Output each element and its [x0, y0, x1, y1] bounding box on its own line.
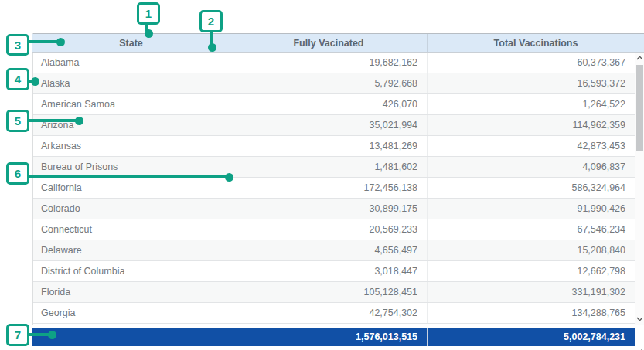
table-row[interactable]: Colorado 30,899,175 91,990,426: [33, 199, 635, 219]
cell-fully-vaccinated: 19,682,162: [230, 53, 428, 73]
annotation-marker-5: 5: [6, 110, 29, 132]
table-row[interactable]: Alaska 5,792,668 16,593,372: [33, 73, 635, 94]
annotation-badge-1: 1: [145, 7, 152, 20]
scrollbar-thumb[interactable]: [636, 65, 643, 151]
cell-fully-vaccinated: 20,569,233: [230, 219, 428, 240]
cell-fully-vaccinated: 426,070: [230, 94, 428, 114]
cell-total-vaccinations: 15,208,840: [428, 240, 635, 260]
cell-fully-vaccinated: 13,481,269: [230, 136, 428, 156]
annotation-line-6: [29, 175, 227, 178]
totals-fully-vaccinated: 1,576,013,515: [230, 328, 428, 346]
cell-total-vaccinations: 16,593,372: [428, 73, 635, 93]
column-header-total-vaccinations[interactable]: Total Vaccinations: [428, 34, 644, 52]
cell-state: Florida: [33, 282, 230, 302]
table-row[interactable]: Florida 105,128,451 331,191,302: [33, 282, 635, 303]
table-header-row: State Fully Vacinated Total Vaccinations: [32, 34, 644, 53]
screenshot-canvas: State Fully Vacinated Total Vaccinations…: [0, 0, 644, 350]
cell-fully-vaccinated: 42,754,302: [230, 303, 428, 323]
annotation-badge-2: 2: [208, 15, 214, 28]
annotation-marker-1: 1: [137, 2, 160, 25]
cell-fully-vaccinated: 4,656,497: [230, 240, 428, 260]
annotation-dot-1: [145, 29, 153, 38]
resize-handle[interactable]: [637, 342, 643, 348]
annotation-line-7: [29, 333, 50, 336]
cell-state: American Samoa: [33, 94, 230, 114]
cell-fully-vaccinated: 30,899,175: [230, 199, 428, 219]
cell-fully-vaccinated: 5,792,668: [230, 73, 428, 93]
annotation-dot-6: [225, 173, 233, 182]
cell-state: Connecticut: [33, 219, 230, 240]
table-row[interactable]: District of Columbia 3,018,447 12,662,79…: [33, 261, 635, 282]
resize-grip-icon: [637, 347, 643, 350]
cell-total-vaccinations: 114,962,359: [428, 115, 635, 135]
cell-state: Bureau of Prisons: [33, 157, 230, 177]
vertical-scrollbar[interactable]: [635, 53, 644, 325]
cell-total-vaccinations: 4,096,837: [428, 157, 635, 177]
annotation-line-5: [29, 119, 77, 122]
table-row[interactable]: Connecticut 20,569,233 67,546,234: [33, 219, 635, 240]
annotation-dot-5: [75, 117, 83, 125]
cell-state: Arkansas: [33, 136, 230, 156]
table-row[interactable]: Arizona 35,021,994 114,962,359: [33, 115, 635, 136]
annotation-dot-7: [48, 331, 56, 339]
totals-state-cell: [32, 328, 230, 346]
cell-fully-vaccinated: 3,018,447: [230, 261, 428, 281]
column-header-fully-vaccinated[interactable]: Fully Vacinated: [230, 34, 428, 52]
totals-total-vaccinations: 5,002,784,231: [428, 328, 635, 346]
cell-state: Alabama: [33, 53, 230, 73]
cell-total-vaccinations: 586,324,964: [428, 178, 635, 198]
chevron-down-icon: [636, 317, 643, 321]
annotation-marker-4: 4: [6, 68, 29, 90]
table-row[interactable]: Georgia 42,754,302 134,288,765: [33, 303, 635, 324]
totals-row: 1,576,013,515 5,002,784,231: [32, 328, 635, 346]
cell-state: Georgia: [33, 303, 230, 323]
cell-total-vaccinations: 91,990,426: [428, 199, 635, 219]
cell-state: Colorado: [33, 199, 230, 219]
cell-state: Arizona: [33, 115, 230, 135]
chevron-up-icon: [636, 56, 643, 60]
annotation-dot-4: [31, 77, 39, 86]
annotation-badge-3: 3: [15, 39, 21, 52]
cell-fully-vaccinated: 172,456,138: [230, 178, 428, 198]
table-row[interactable]: Bureau of Prisons 1,481,602 4,096,837: [33, 157, 635, 178]
annotation-line-3: [29, 40, 57, 43]
cell-fully-vaccinated: 35,021,994: [230, 115, 428, 135]
annotation-marker-2: 2: [199, 10, 223, 32]
table-row[interactable]: American Samoa 426,070 1,264,522: [33, 94, 635, 115]
annotation-dot-2: [208, 43, 216, 52]
table-row[interactable]: Delaware 4,656,497 15,208,840: [33, 240, 635, 261]
table-row[interactable]: Alabama 19,682,162 60,373,367: [33, 53, 635, 73]
annotation-marker-7: 7: [6, 324, 29, 346]
annotation-dot-3: [56, 38, 65, 46]
cell-total-vaccinations: 12,662,798: [428, 261, 635, 281]
cell-total-vaccinations: 1,264,522: [428, 94, 635, 114]
cell-state: Delaware: [33, 240, 230, 260]
cell-state: Alaska: [33, 73, 230, 93]
table-row[interactable]: California 172,456,138 586,324,964: [33, 178, 635, 199]
scroll-up-button[interactable]: [635, 53, 644, 63]
cell-fully-vaccinated: 105,128,451: [230, 282, 428, 302]
cell-state: District of Columbia: [33, 261, 230, 281]
scroll-down-button[interactable]: [635, 314, 644, 325]
annotation-badge-6: 6: [15, 167, 21, 180]
cell-total-vaccinations: 134,288,765: [428, 303, 635, 323]
table-row[interactable]: Arkansas 13,481,269 42,873,453: [33, 136, 635, 157]
annotation-badge-4: 4: [15, 73, 21, 86]
cell-total-vaccinations: 60,373,367: [428, 53, 635, 73]
cell-fully-vaccinated: 1,481,602: [230, 157, 428, 177]
cell-total-vaccinations: 67,546,234: [428, 219, 635, 240]
annotation-marker-3: 3: [6, 34, 29, 56]
table-body[interactable]: Alabama 19,682,162 60,373,367 Alaska 5,7…: [33, 53, 635, 325]
annotation-marker-6: 6: [6, 162, 29, 185]
cell-total-vaccinations: 42,873,453: [428, 136, 635, 156]
cell-total-vaccinations: 331,191,302: [428, 282, 635, 302]
cell-state: California: [33, 178, 230, 198]
annotation-badge-5: 5: [15, 114, 21, 127]
annotation-badge-7: 7: [15, 328, 21, 342]
